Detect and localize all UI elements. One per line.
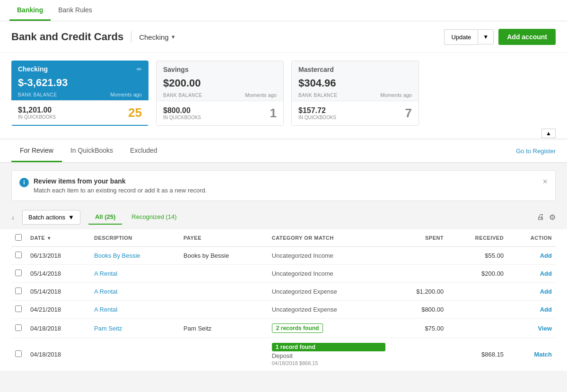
row-description[interactable]: Pam Seitz bbox=[90, 319, 180, 338]
batch-actions-button[interactable]: Batch actions ▼ bbox=[22, 210, 80, 225]
row-category: Uncategorized Expense bbox=[268, 301, 389, 319]
card-savings[interactable]: Savings $200.00 BANK BALANCE Moments ago… bbox=[156, 61, 284, 126]
row-spent bbox=[389, 338, 447, 371]
row-category: Uncategorized Income bbox=[268, 265, 389, 283]
row-payee bbox=[180, 283, 268, 301]
row-description[interactable]: Books By Bessie bbox=[90, 247, 180, 265]
table-row: 04/18/2018 Pam Seitz Pam Seitz 2 records… bbox=[11, 319, 556, 338]
card-checking-count: 25 bbox=[128, 105, 142, 120]
info-banner-description: Match each item to an existing record or… bbox=[34, 187, 207, 194]
records-found-badge: 2 records found bbox=[272, 323, 323, 333]
card-mastercard-bank-label: BANK BALANCE bbox=[298, 93, 338, 98]
row-description[interactable]: A Rental bbox=[90, 265, 180, 283]
filter-recognized-tab[interactable]: Recognized (14) bbox=[124, 209, 183, 225]
account-cards-section: Checking ✏ $-3,621.93 BANK BALANCE Momen… bbox=[0, 53, 567, 138]
table-row: 05/14/2018 A Rental Uncategorized Income… bbox=[11, 265, 556, 283]
row-date: 05/14/2018 bbox=[26, 265, 90, 283]
info-banner-close-button[interactable]: × bbox=[542, 177, 548, 186]
row-date: 04/18/2018 bbox=[26, 319, 90, 338]
row-action-add[interactable]: Add bbox=[540, 270, 552, 277]
card-mastercard-name: Mastercard bbox=[298, 66, 334, 73]
category-deposit-label: Deposit bbox=[272, 352, 385, 359]
account-selector[interactable]: Checking ▼ bbox=[139, 33, 175, 41]
scroll-up-button[interactable]: ▲ bbox=[541, 129, 556, 138]
nav-banking[interactable]: Banking bbox=[9, 0, 51, 21]
col-category: CATEGORY OR MATCH bbox=[268, 229, 389, 247]
table-toolbar: ↓ Batch actions ▼ All (25) Recognized (1… bbox=[0, 205, 567, 229]
card-checking[interactable]: Checking ✏ $-3,621.93 BANK BALANCE Momen… bbox=[11, 61, 148, 126]
filter-all-tab[interactable]: All (25) bbox=[88, 209, 122, 225]
update-button[interactable]: Update bbox=[444, 29, 478, 45]
row-checkbox[interactable] bbox=[15, 270, 22, 276]
row-description[interactable]: A Rental bbox=[90, 301, 180, 319]
page-header: Bank and Credit Cards Checking ▼ Update … bbox=[0, 21, 567, 53]
card-mastercard[interactable]: Mastercard $304.96 BANK BALANCE Moments … bbox=[291, 61, 419, 126]
filter-tabs: All (25) Recognized (14) bbox=[88, 209, 184, 225]
tabs-section: For Review In QuickBooks Excluded Go to … bbox=[0, 140, 567, 163]
card-savings-timestamp: Moments ago bbox=[245, 92, 277, 98]
row-description[interactable]: A Rental bbox=[90, 283, 180, 301]
header-divider bbox=[131, 31, 131, 43]
card-mastercard-timestamp: Moments ago bbox=[380, 92, 412, 98]
table-row: 06/13/2018 Books By Bessie Books by Bess… bbox=[11, 247, 556, 265]
top-nav: Banking Bank Rules bbox=[0, 0, 567, 21]
info-banner-title: Review items from your bank bbox=[34, 177, 207, 185]
edit-icon[interactable]: ✏ bbox=[137, 66, 142, 73]
row-spent: $800.00 bbox=[389, 301, 447, 319]
row-date: 06/13/2018 bbox=[26, 247, 90, 265]
row-received bbox=[447, 301, 507, 319]
row-checkbox[interactable] bbox=[15, 305, 22, 312]
record-found-badge: 1 record found bbox=[272, 343, 385, 351]
row-payee: Books by Bessie bbox=[180, 247, 268, 265]
card-savings-qb-label: IN QUICKBOOKS bbox=[163, 115, 201, 120]
sort-icon[interactable]: ↓ bbox=[11, 213, 15, 221]
tabs: For Review In QuickBooks Excluded bbox=[11, 140, 166, 162]
tab-for-review[interactable]: For Review bbox=[11, 140, 62, 162]
go-to-register-link[interactable]: Go to Register bbox=[516, 148, 556, 155]
info-banner: i Review items from your bank Match each… bbox=[11, 170, 556, 201]
update-dropdown-button[interactable]: ▼ bbox=[478, 29, 494, 44]
card-mastercard-qb-balance: $157.72 bbox=[298, 106, 336, 115]
row-checkbox[interactable] bbox=[15, 350, 22, 357]
row-action-match[interactable]: Match bbox=[534, 351, 552, 358]
row-action-add[interactable]: Add bbox=[540, 252, 552, 259]
row-checkbox[interactable] bbox=[15, 324, 22, 331]
row-payee bbox=[180, 301, 268, 319]
row-action-add[interactable]: Add bbox=[540, 306, 552, 313]
row-description bbox=[90, 338, 180, 371]
row-action-add[interactable]: Add bbox=[540, 288, 552, 295]
card-savings-qb-balance: $800.00 bbox=[163, 106, 201, 115]
card-mastercard-qb-label: IN QUICKBOOKS bbox=[298, 115, 336, 120]
card-savings-bank-balance: $200.00 bbox=[163, 77, 277, 89]
card-savings-count: 1 bbox=[270, 106, 277, 121]
row-category-badge: 2 records found bbox=[268, 319, 389, 338]
cards-row: Checking ✏ $-3,621.93 BANK BALANCE Momen… bbox=[11, 61, 556, 126]
tab-in-quickbooks[interactable]: In QuickBooks bbox=[62, 140, 122, 162]
row-date: 04/21/2018 bbox=[26, 301, 90, 319]
print-button[interactable]: 🖨 bbox=[537, 213, 544, 221]
tab-excluded[interactable]: Excluded bbox=[122, 140, 166, 162]
row-received: $200.00 bbox=[447, 265, 507, 283]
page-title: Bank and Credit Cards bbox=[11, 31, 123, 43]
col-payee: PAYEE bbox=[180, 229, 268, 247]
nav-bank-rules[interactable]: Bank Rules bbox=[51, 0, 100, 21]
category-deposit-detail: 04/18/2018 $868.15 bbox=[272, 360, 385, 366]
row-payee bbox=[180, 338, 268, 371]
row-payee bbox=[180, 265, 268, 283]
select-all-checkbox[interactable] bbox=[15, 234, 22, 241]
col-description: DESCRIPTION bbox=[90, 229, 180, 247]
row-spent bbox=[389, 247, 447, 265]
row-checkbox[interactable] bbox=[15, 252, 22, 258]
row-checkbox[interactable] bbox=[15, 287, 22, 294]
row-received: $868.15 bbox=[447, 338, 507, 371]
card-checking-name: Checking bbox=[18, 65, 48, 73]
row-action-view[interactable]: View bbox=[538, 325, 552, 332]
add-account-button[interactable]: Add account bbox=[498, 29, 556, 45]
card-checking-qb-label: IN QUICKBOOKS bbox=[18, 114, 56, 120]
settings-button[interactable]: ⚙ bbox=[549, 213, 556, 222]
col-date: DATE ▼ bbox=[26, 229, 90, 247]
batch-actions-label: Batch actions bbox=[28, 214, 65, 221]
row-payee: Pam Seitz bbox=[180, 319, 268, 338]
card-mastercard-bank-balance: $304.96 bbox=[298, 77, 412, 89]
row-category: Uncategorized Expense bbox=[268, 283, 389, 301]
